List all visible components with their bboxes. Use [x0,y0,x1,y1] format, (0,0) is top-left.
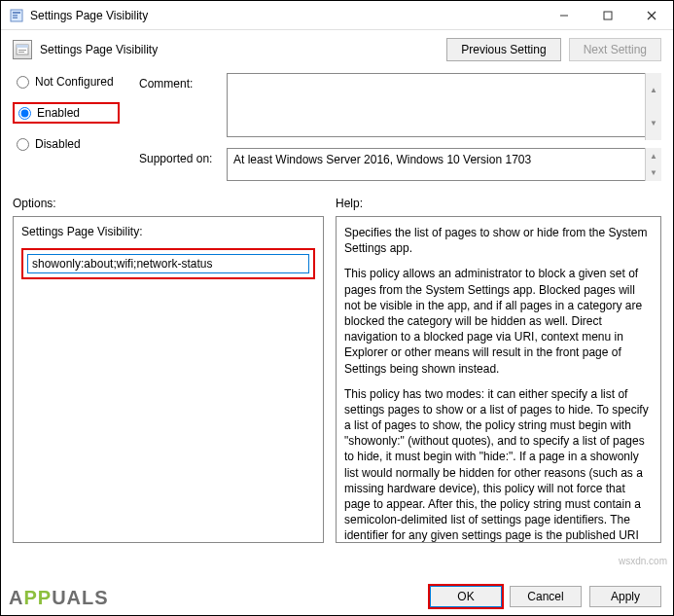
radio-enabled-input[interactable] [18,107,31,120]
radio-not-configured[interactable]: Not Configured [13,73,120,91]
window-controls [542,1,673,29]
window-title: Settings Page Visibility [30,9,148,22]
apply-button[interactable]: Apply [589,586,661,607]
help-panel[interactable]: Specifies the list of pages to show or h… [336,216,661,543]
state-radio-group: Not Configured Enabled Disabled [13,73,120,189]
scroll-up-icon[interactable]: ▲ [645,148,661,164]
svg-rect-10 [18,50,26,51]
svg-rect-5 [604,12,612,19]
radio-not-configured-input[interactable] [17,76,29,89]
maximize-button[interactable] [585,1,629,29]
svg-rect-2 [13,15,18,17]
radio-disabled-label: Disabled [35,137,81,151]
radio-not-configured-label: Not Configured [35,75,114,89]
close-button[interactable] [629,1,673,29]
scroll-down-icon[interactable]: ▼ [645,107,661,141]
help-paragraph: Specifies the list of pages to show or h… [344,225,653,256]
lower-panels: Options: Settings Page Visibility: Help:… [1,189,673,543]
comment-label: Comment: [139,73,227,140]
attribution-text: wsxdn.com [619,556,667,566]
options-field-label: Settings Page Visibility: [21,225,315,238]
upper-content: Not Configured Enabled Disabled Comment:… [1,69,673,189]
radio-enabled-label: Enabled [37,106,80,120]
options-panel: Settings Page Visibility: [13,216,324,543]
svg-rect-9 [17,45,28,48]
ok-button[interactable]: OK [430,586,502,607]
watermark-logo: APPUALS [9,587,109,609]
radio-disabled-input[interactable] [17,138,29,151]
supported-label: Supported on: [139,148,227,181]
watermark-a: A [9,587,23,608]
policy-icon [13,40,32,59]
help-section-label: Help: [336,197,661,210]
help-paragraph: This policy has two modes: it can either… [344,386,653,543]
watermark-uals: UALS [52,587,108,608]
header-title: Settings Page Visibility [40,43,158,56]
supported-box: At least Windows Server 2016, Windows 10… [227,148,661,181]
supported-scroll: ▲ ▼ [645,148,661,181]
svg-rect-11 [18,52,24,53]
cancel-button[interactable]: Cancel [510,586,582,607]
options-section-label: Options: [13,197,324,210]
watermark-pp: PP [23,587,52,608]
svg-rect-1 [13,12,20,14]
comment-scroll: ▲ ▼ [645,73,661,140]
radio-disabled[interactable]: Disabled [13,135,120,153]
header-row: Settings Page Visibility Previous Settin… [1,30,673,69]
titlebar: Settings Page Visibility [1,1,673,30]
app-icon [9,8,24,23]
comment-textarea[interactable] [227,73,661,137]
scroll-up-icon[interactable]: ▲ [645,73,661,107]
scroll-down-icon[interactable]: ▼ [645,164,661,181]
footer-buttons: OK Cancel Apply [430,586,661,607]
svg-rect-3 [13,17,18,18]
options-input[interactable] [27,254,309,273]
next-setting-button[interactable]: Next Setting [569,38,661,61]
minimize-button[interactable] [542,1,585,29]
previous-setting-button[interactable]: Previous Setting [446,38,560,61]
help-paragraph: This policy allows an administrator to b… [344,266,653,376]
radio-enabled[interactable]: Enabled [13,102,120,124]
supported-value: At least Windows Server 2016, Windows 10… [233,153,531,166]
